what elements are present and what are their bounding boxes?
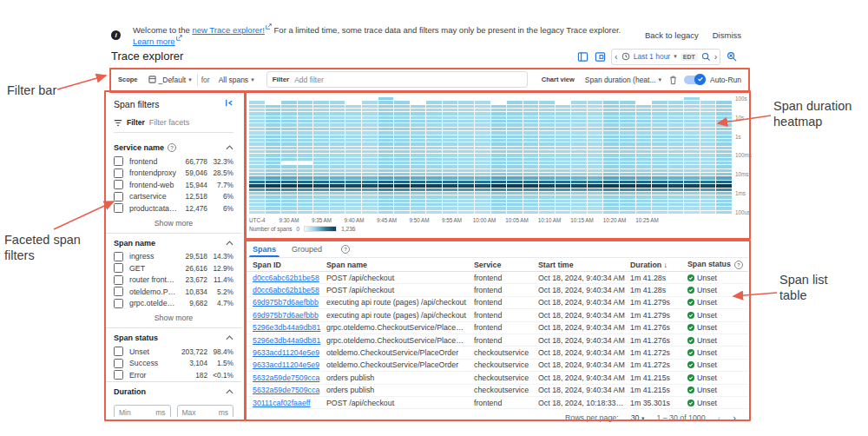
heatmap-cell[interactable] (426, 131, 442, 134)
heatmap-cell[interactable] (394, 211, 410, 214)
heatmap-cell[interactable] (249, 211, 265, 214)
heatmap-cell[interactable] (652, 131, 667, 134)
heatmap-cell[interactable] (394, 116, 410, 119)
facet-checkbox[interactable] (114, 192, 123, 201)
heatmap-cell[interactable] (491, 147, 507, 149)
heatmap-cell[interactable] (313, 131, 329, 134)
heatmap-cell[interactable] (458, 207, 474, 209)
heatmap-cell[interactable] (652, 158, 667, 161)
heatmap-cell[interactable] (443, 181, 458, 183)
heatmap-cell[interactable] (523, 195, 539, 198)
heatmap-cell[interactable] (716, 188, 732, 191)
heatmap-cell[interactable] (330, 154, 345, 156)
heatmap-cell[interactable] (345, 97, 361, 100)
heatmap-cell[interactable] (443, 131, 458, 134)
heatmap-cell[interactable] (458, 195, 474, 198)
heatmap-cell[interactable] (298, 112, 313, 115)
heatmap-cell[interactable] (588, 147, 603, 149)
heatmap-cell[interactable] (458, 101, 474, 103)
heatmap-cell[interactable] (539, 195, 555, 198)
heatmap-cell[interactable] (603, 200, 619, 202)
heatmap-cell[interactable] (313, 150, 329, 153)
heatmap-cell[interactable] (652, 120, 667, 122)
heatmap-cell[interactable] (475, 169, 490, 172)
heatmap-cell[interactable] (458, 173, 474, 175)
heatmap-cell[interactable] (281, 184, 297, 187)
facet-checkbox[interactable] (114, 347, 123, 356)
heatmap-cell[interactable] (411, 173, 426, 175)
heatmap-cell[interactable] (249, 116, 265, 119)
heatmap-cell[interactable] (684, 184, 700, 187)
column-header[interactable]: Service (474, 261, 538, 269)
heatmap-cell[interactable] (556, 211, 571, 214)
heatmap-cell[interactable] (378, 101, 394, 103)
heatmap-cell[interactable] (378, 184, 394, 187)
heatmap-cell[interactable] (411, 131, 426, 134)
heatmap-cell[interactable] (556, 139, 571, 142)
heatmap-cell[interactable] (266, 131, 281, 134)
heatmap-cell[interactable] (475, 128, 490, 130)
heatmap-cell[interactable] (394, 207, 410, 209)
heatmap-cell[interactable] (539, 142, 555, 145)
heatmap-cell[interactable] (475, 109, 490, 111)
heatmap-cell[interactable] (507, 123, 523, 126)
heatmap-cell[interactable] (700, 120, 716, 122)
heatmap-cell[interactable] (458, 188, 474, 191)
heatmap-cell[interactable] (556, 97, 571, 100)
heatmap-cell[interactable] (362, 97, 378, 100)
heatmap-cell[interactable] (378, 169, 394, 172)
heatmap-cell[interactable] (266, 211, 281, 214)
heatmap-cell[interactable] (249, 123, 265, 126)
heatmap-cell[interactable] (362, 203, 378, 206)
heatmap-cell[interactable] (684, 158, 700, 161)
heatmap-cell[interactable] (668, 131, 684, 134)
heatmap-cell[interactable] (411, 112, 426, 115)
heatmap-cell[interactable] (668, 139, 684, 142)
heatmap-cell[interactable] (298, 154, 313, 156)
heatmap-cell[interactable] (636, 112, 652, 115)
heatmap-cell[interactable] (313, 120, 329, 122)
heatmap-cell[interactable] (603, 181, 619, 183)
heatmap-cell[interactable] (652, 101, 667, 103)
heatmap-cell[interactable] (603, 207, 619, 209)
heatmap-cell[interactable] (523, 173, 539, 175)
heatmap-cell[interactable] (426, 142, 442, 145)
heatmap-cell[interactable] (603, 165, 619, 168)
heatmap-cell[interactable] (443, 195, 458, 198)
heatmap-cell[interactable] (458, 105, 474, 108)
heatmap-cell[interactable] (539, 109, 555, 111)
heatmap-cell[interactable] (378, 142, 394, 145)
heatmap-cell[interactable] (700, 192, 716, 195)
heatmap-cell[interactable] (426, 211, 442, 214)
heatmap-cell[interactable] (394, 109, 410, 111)
heatmap-cell[interactable] (475, 131, 490, 134)
heatmap-cell[interactable] (362, 195, 378, 198)
heatmap-cell[interactable] (588, 173, 603, 175)
heatmap-cell[interactable] (684, 105, 700, 108)
heatmap-cell[interactable] (588, 131, 603, 134)
heatmap-cell[interactable] (298, 105, 313, 108)
heatmap-cell[interactable] (620, 142, 635, 145)
facet-checkbox[interactable] (114, 203, 123, 213)
heatmap-cell[interactable] (603, 203, 619, 206)
heatmap-cell[interactable] (491, 173, 507, 175)
heatmap-cell[interactable] (475, 123, 490, 126)
heatmap-cell[interactable] (330, 173, 345, 175)
heatmap-cell[interactable] (571, 131, 587, 134)
heatmap-cell[interactable] (603, 184, 619, 187)
heatmap-cell[interactable] (249, 131, 265, 134)
heatmap-cell[interactable] (491, 176, 507, 179)
heatmap-cell[interactable] (362, 165, 378, 168)
heatmap-cell[interactable] (556, 150, 571, 153)
heatmap-cell[interactable] (249, 142, 265, 145)
heatmap-cell[interactable] (652, 184, 667, 187)
heatmap-cell[interactable] (394, 188, 410, 191)
heatmap-cell[interactable] (523, 203, 539, 206)
heatmap-cell[interactable] (588, 184, 603, 187)
heatmap-cell[interactable] (345, 139, 361, 142)
heatmap-cell[interactable] (394, 181, 410, 183)
heatmap-cell[interactable] (362, 207, 378, 209)
heatmap-cell[interactable] (443, 135, 458, 138)
heatmap-cell[interactable] (394, 154, 410, 156)
heatmap-cell[interactable] (668, 184, 684, 187)
